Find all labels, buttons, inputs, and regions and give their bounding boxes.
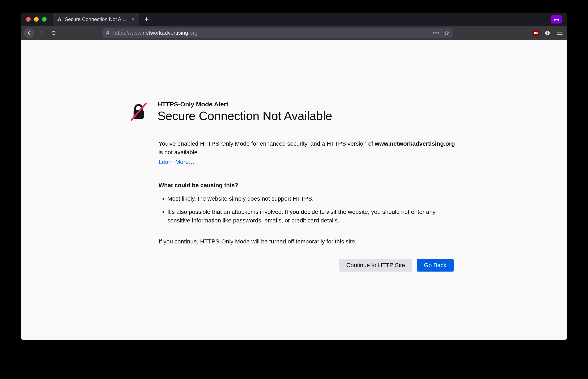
- lock-slash-icon: [105, 31, 110, 35]
- new-tab-button[interactable]: [141, 14, 152, 25]
- page-actions-button[interactable]: •••: [432, 29, 440, 37]
- private-browsing-icon: [551, 15, 562, 24]
- reload-button[interactable]: [48, 28, 59, 38]
- forward-button[interactable]: [36, 28, 47, 38]
- svg-rect-5: [547, 32, 548, 34]
- continue-http-button[interactable]: Continue to HTTP Site: [339, 259, 412, 271]
- error-kicker: HTTPS-Only Mode Alert: [158, 101, 332, 108]
- tab-close-button[interactable]: [130, 16, 136, 22]
- error-description: You've enabled HTTPS-Only Mode for enhan…: [159, 140, 458, 157]
- window-zoom-button[interactable]: [42, 17, 47, 22]
- app-menu-button[interactable]: [556, 31, 564, 35]
- browser-window: Secure Connection Not Availabl: [21, 13, 567, 340]
- list-item: Most likely, the website simply does not…: [167, 194, 458, 203]
- error-title: Secure Connection Not Available: [158, 109, 332, 123]
- svg-rect-1: [59, 20, 60, 21]
- continue-note: If you continue, HTTPS-Only Mode will be…: [159, 237, 458, 246]
- window-close-button[interactable]: [26, 17, 31, 22]
- traffic-lights: [21, 17, 53, 22]
- tab-title: Secure Connection Not Availabl: [65, 16, 128, 22]
- list-item: It's also possible that an attacker is i…: [167, 208, 458, 225]
- toolbar-right: uO: [530, 30, 564, 36]
- url-bar[interactable]: https://www.networkadvertising.org •••: [102, 28, 453, 38]
- bookmark-star-button[interactable]: [443, 29, 450, 37]
- back-button[interactable]: [24, 28, 34, 38]
- url-text: https://www.networkadvertising.org: [113, 30, 429, 36]
- causes-list: Most likely, the website simply does not…: [159, 194, 458, 225]
- learn-more-link[interactable]: Learn More…: [159, 158, 195, 166]
- svg-rect-0: [59, 19, 60, 20]
- go-back-button[interactable]: Go Back: [417, 259, 454, 271]
- warning-icon: [57, 16, 62, 22]
- navigation-toolbar: https://www.networkadvertising.org ••• u…: [21, 26, 567, 40]
- ublock-extension-button[interactable]: uO: [533, 30, 539, 36]
- svg-rect-6: [547, 32, 548, 32]
- page-content: HTTPS-Only Mode Alert Secure Connection …: [21, 40, 567, 340]
- page-info-button[interactable]: [544, 30, 551, 36]
- browser-tab[interactable]: Secure Connection Not Availabl: [53, 13, 139, 26]
- lock-slash-large-icon: [130, 102, 147, 121]
- titlebar: Secure Connection Not Availabl: [21, 13, 567, 26]
- error-panel: HTTPS-Only Mode Alert Secure Connection …: [130, 101, 458, 340]
- window-minimize-button[interactable]: [34, 17, 39, 22]
- causes-heading: What could be causing this?: [159, 181, 458, 190]
